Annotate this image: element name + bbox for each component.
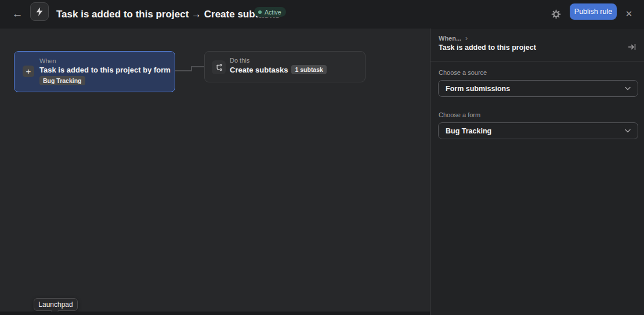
arrow-left-icon: ←	[12, 8, 23, 20]
gear-icon	[551, 9, 561, 19]
back-button[interactable]: ←	[9, 5, 26, 23]
status-dot-icon	[258, 10, 262, 14]
form-dropdown-value: Bug Tracking	[446, 127, 491, 135]
action-title: Create subtasks	[230, 66, 288, 74]
chevron-down-icon	[625, 129, 631, 133]
plus-icon: +	[23, 66, 34, 77]
publish-rule-button[interactable]: Publish rule	[570, 3, 617, 20]
connector-line	[175, 70, 192, 71]
launchpad-tooltip-label: Launchpad	[38, 300, 73, 309]
breadcrumb-when[interactable]: When...	[439, 35, 461, 42]
close-icon: ✕	[625, 9, 633, 19]
rule-config-sidebar: When... › Task is added to this project …	[430, 28, 644, 315]
chevron-right-icon: ›	[465, 34, 468, 42]
source-field-label: Choose a source	[439, 69, 487, 76]
status-label: Active	[265, 9, 281, 16]
lightning-bolt-icon	[35, 7, 44, 16]
topbar: ← Task is added to this project → Create…	[0, 0, 644, 28]
subtask-icon	[215, 63, 223, 72]
status-badge: Active	[254, 7, 286, 17]
action-kicker: Do this	[230, 57, 249, 64]
sidebar-divider	[430, 61, 644, 61]
settings-button[interactable]	[548, 5, 563, 23]
breadcrumb[interactable]: When... ›	[439, 34, 468, 42]
rule-editor-window: ← Task is added to this project → Create…	[0, 0, 644, 315]
form-field-label: Choose a form	[439, 111, 480, 118]
action-card[interactable]: Do this Create subtasks 1 subtask	[204, 51, 366, 82]
source-dropdown-value: Form submissions	[446, 85, 510, 93]
trigger-kicker: When	[39, 57, 56, 64]
trigger-title: Task is added to this project by form	[39, 66, 171, 74]
close-button[interactable]: ✕	[621, 5, 637, 23]
subtask-count-chip: 1 subtask	[291, 65, 326, 74]
sidebar-title: Task is added to this project	[439, 44, 536, 52]
launchpad-tooltip: Launchpad	[34, 298, 78, 311]
page-title: Task is added to this project → Create s…	[56, 0, 280, 28]
rule-bolt-button[interactable]	[30, 2, 49, 21]
trigger-card[interactable]: + When Task is added to this project by …	[14, 51, 175, 92]
collapse-right-icon	[627, 42, 636, 52]
chevron-down-icon	[625, 86, 631, 90]
collapse-panel-button[interactable]	[624, 39, 640, 55]
rule-canvas[interactable]: + When Task is added to this project by …	[0, 28, 430, 315]
connector-line	[191, 67, 192, 71]
subtask-icon-box	[212, 60, 226, 74]
canvas-bottom-bar	[0, 312, 430, 315]
source-dropdown[interactable]: Form submissions	[438, 80, 638, 97]
trigger-form-chip: Bug Tracking	[39, 76, 85, 85]
connector-line	[191, 66, 204, 67]
form-dropdown[interactable]: Bug Tracking	[438, 122, 638, 139]
